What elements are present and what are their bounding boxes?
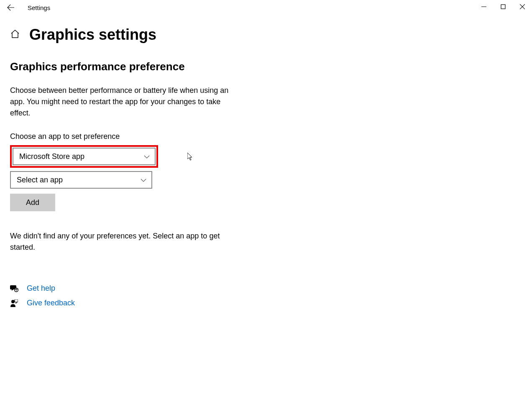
choose-app-label: Choose an app to set preference <box>10 132 532 141</box>
page-header: Graphics settings <box>10 26 532 44</box>
app-type-value: Microsoft Store app <box>19 152 84 161</box>
give-feedback-link[interactable]: Give feedback <box>27 299 75 307</box>
add-button[interactable]: Add <box>10 194 55 211</box>
minimize-icon <box>481 4 486 9</box>
select-app-dropdown[interactable]: Select an app <box>10 171 152 189</box>
svg-rect-3 <box>15 299 18 302</box>
help-icon <box>10 285 18 292</box>
arrow-left-icon <box>7 4 15 11</box>
window-title: Settings <box>28 4 50 11</box>
home-icon-svg <box>10 29 20 39</box>
maximize-button[interactable] <box>494 0 513 13</box>
page-title: Graphics settings <box>29 26 156 44</box>
home-icon[interactable] <box>10 29 20 41</box>
svg-rect-0 <box>501 5 505 9</box>
chevron-down-icon <box>144 153 150 160</box>
feedback-icon <box>10 299 18 307</box>
app-type-dropdown[interactable]: Microsoft Store app <box>13 148 156 165</box>
content-area: Graphics settings Graphics performance p… <box>0 15 532 307</box>
section-title: Graphics performance preference <box>10 60 532 73</box>
close-button[interactable] <box>513 0 532 13</box>
svg-point-2 <box>11 300 15 303</box>
give-feedback-row: Give feedback <box>10 299 532 307</box>
section-description: Choose between better performance or bat… <box>10 85 236 119</box>
chevron-down-icon <box>141 176 146 184</box>
select-app-value: Select an app <box>17 176 63 184</box>
highlighted-box: Microsoft Store app <box>10 145 158 168</box>
titlebar: Settings <box>0 0 532 15</box>
empty-state-message: We didn't find any of your preferences y… <box>10 230 236 253</box>
minimize-button[interactable] <box>474 0 494 13</box>
window-controls <box>474 0 532 13</box>
back-button[interactable] <box>6 3 16 13</box>
get-help-row: Get help <box>10 284 532 293</box>
maximize-icon <box>501 4 506 9</box>
get-help-link[interactable]: Get help <box>27 284 55 293</box>
close-icon <box>520 4 525 9</box>
